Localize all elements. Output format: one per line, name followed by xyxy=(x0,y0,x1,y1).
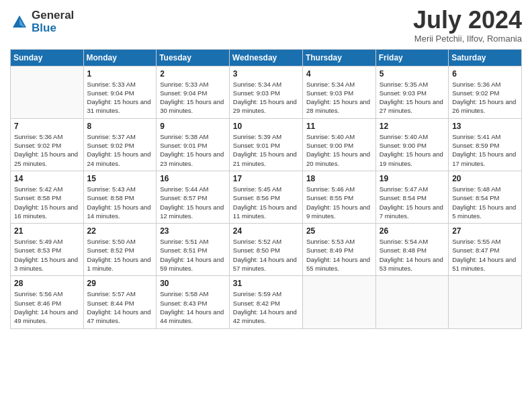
sunset-text: Sunset: 9:04 PM xyxy=(87,89,134,97)
daylight-text: Daylight: 15 hours and 23 minutes. xyxy=(160,150,224,167)
day-info: Sunrise: 5:34 AMSunset: 9:03 PMDaylight:… xyxy=(233,80,299,116)
day-number: 5 xyxy=(380,69,445,79)
calendar-cell: 20Sunrise: 5:48 AMSunset: 8:54 PMDayligh… xyxy=(449,171,522,223)
daylight-text: Daylight: 15 hours and 20 minutes. xyxy=(306,150,370,167)
sunset-text: Sunset: 8:52 PM xyxy=(87,246,134,254)
calendar-cell: 17Sunrise: 5:45 AMSunset: 8:56 PMDayligh… xyxy=(229,171,302,223)
sunrise-text: Sunrise: 5:54 AM xyxy=(380,238,428,245)
sunset-text: Sunset: 8:55 PM xyxy=(306,194,353,201)
logo: General Blue xyxy=(10,9,74,34)
sunset-text: Sunset: 9:03 PM xyxy=(306,89,353,97)
calendar-header-monday: Monday xyxy=(83,49,157,66)
calendar-cell: 19Sunrise: 5:47 AMSunset: 8:54 PMDayligh… xyxy=(375,171,448,223)
daylight-text: Daylight: 15 hours and 1 minute. xyxy=(87,256,151,272)
calendar-header-friday: Friday xyxy=(375,49,448,66)
day-info: Sunrise: 5:46 AMSunset: 8:55 PMDaylight:… xyxy=(306,185,372,220)
daylight-text: Daylight: 14 hours and 59 minutes. xyxy=(160,256,224,272)
day-number: 18 xyxy=(306,174,372,183)
sunrise-text: Sunrise: 5:41 AM xyxy=(452,133,500,140)
sunset-text: Sunset: 9:02 PM xyxy=(452,89,499,97)
calendar-cell: 21Sunrise: 5:49 AMSunset: 8:53 PMDayligh… xyxy=(11,224,84,276)
day-number: 24 xyxy=(233,226,299,236)
day-number: 22 xyxy=(87,226,153,236)
day-info: Sunrise: 5:35 AMSunset: 9:03 PMDaylight:… xyxy=(380,80,445,116)
calendar-cell: 6Sunrise: 5:36 AMSunset: 9:02 PMDaylight… xyxy=(449,66,522,118)
day-info: Sunrise: 5:40 AMSunset: 9:00 PMDaylight:… xyxy=(380,132,445,168)
sunrise-text: Sunrise: 5:48 AM xyxy=(452,185,500,193)
day-number: 16 xyxy=(160,174,226,183)
day-info: Sunrise: 5:42 AMSunset: 8:58 PMDaylight:… xyxy=(14,185,80,220)
daylight-text: Daylight: 14 hours and 49 minutes. xyxy=(14,308,78,324)
sunset-text: Sunset: 9:03 PM xyxy=(233,89,280,97)
calendar-cell xyxy=(302,276,375,328)
daylight-text: Daylight: 15 hours and 9 minutes. xyxy=(306,203,370,220)
daylight-text: Daylight: 15 hours and 16 minutes. xyxy=(14,203,78,220)
day-info: Sunrise: 5:48 AMSunset: 8:54 PMDaylight:… xyxy=(452,185,518,220)
daylight-text: Daylight: 14 hours and 42 minutes. xyxy=(233,308,297,324)
calendar-cell: 26Sunrise: 5:54 AMSunset: 8:48 PMDayligh… xyxy=(375,224,448,276)
sunrise-text: Sunrise: 5:58 AM xyxy=(160,290,208,298)
sunset-text: Sunset: 8:42 PM xyxy=(233,300,280,307)
calendar-week-row: 1Sunrise: 5:33 AMSunset: 9:04 PMDaylight… xyxy=(11,66,522,118)
day-number: 26 xyxy=(380,226,445,236)
sunset-text: Sunset: 8:49 PM xyxy=(306,246,353,254)
sunrise-text: Sunrise: 5:35 AM xyxy=(380,81,428,88)
daylight-text: Daylight: 15 hours and 3 minutes. xyxy=(14,256,78,272)
calendar-header-thursday: Thursday xyxy=(302,49,375,66)
day-number: 3 xyxy=(233,69,299,79)
calendar-cell: 15Sunrise: 5:43 AMSunset: 8:58 PMDayligh… xyxy=(83,171,157,223)
calendar-cell: 5Sunrise: 5:35 AMSunset: 9:03 PMDaylight… xyxy=(375,66,448,118)
daylight-text: Daylight: 15 hours and 14 minutes. xyxy=(87,203,151,220)
day-number: 27 xyxy=(452,226,518,236)
day-number: 12 xyxy=(380,122,445,131)
sunrise-text: Sunrise: 5:56 AM xyxy=(14,290,62,298)
day-number: 2 xyxy=(160,69,226,79)
calendar-cell: 7Sunrise: 5:36 AMSunset: 9:02 PMDaylight… xyxy=(11,118,84,171)
sunrise-text: Sunrise: 5:33 AM xyxy=(160,81,208,88)
sunset-text: Sunset: 8:57 PM xyxy=(160,194,207,201)
day-info: Sunrise: 5:38 AMSunset: 9:01 PMDaylight:… xyxy=(160,132,226,168)
sunrise-text: Sunrise: 5:55 AM xyxy=(452,238,500,245)
sunrise-text: Sunrise: 5:38 AM xyxy=(160,133,208,140)
day-info: Sunrise: 5:33 AMSunset: 9:04 PMDaylight:… xyxy=(160,80,226,116)
sunrise-text: Sunrise: 5:36 AM xyxy=(452,81,500,88)
day-number: 28 xyxy=(14,279,80,288)
calendar-cell: 24Sunrise: 5:52 AMSunset: 8:50 PMDayligh… xyxy=(229,224,302,276)
sunrise-text: Sunrise: 5:50 AM xyxy=(87,238,136,245)
calendar-week-row: 28Sunrise: 5:56 AMSunset: 8:46 PMDayligh… xyxy=(11,276,522,328)
day-info: Sunrise: 5:57 AMSunset: 8:44 PMDaylight:… xyxy=(87,289,153,325)
calendar-cell xyxy=(449,276,522,328)
calendar-cell: 1Sunrise: 5:33 AMSunset: 9:04 PMDaylight… xyxy=(83,66,157,118)
day-number: 19 xyxy=(380,174,445,183)
day-number: 17 xyxy=(233,174,299,183)
sunset-text: Sunset: 9:02 PM xyxy=(87,142,134,149)
day-info: Sunrise: 5:43 AMSunset: 8:58 PMDaylight:… xyxy=(87,185,153,220)
day-number: 8 xyxy=(87,122,153,131)
calendar-cell: 27Sunrise: 5:55 AMSunset: 8:47 PMDayligh… xyxy=(449,224,522,276)
day-info: Sunrise: 5:55 AMSunset: 8:47 PMDaylight:… xyxy=(452,237,518,273)
sunset-text: Sunset: 8:53 PM xyxy=(14,246,61,254)
sunset-text: Sunset: 9:01 PM xyxy=(160,142,207,149)
sunrise-text: Sunrise: 5:43 AM xyxy=(87,185,136,193)
day-number: 13 xyxy=(452,122,518,131)
day-info: Sunrise: 5:49 AMSunset: 8:53 PMDaylight:… xyxy=(14,237,80,273)
calendar-cell: 4Sunrise: 5:34 AMSunset: 9:03 PMDaylight… xyxy=(302,66,375,118)
calendar-cell: 18Sunrise: 5:46 AMSunset: 8:55 PMDayligh… xyxy=(302,171,375,223)
calendar-cell: 2Sunrise: 5:33 AMSunset: 9:04 PMDaylight… xyxy=(157,66,230,118)
sunset-text: Sunset: 9:03 PM xyxy=(380,89,427,97)
location: Merii Petchii, Ilfov, Romania xyxy=(413,34,522,44)
sunset-text: Sunset: 9:00 PM xyxy=(380,142,427,149)
day-info: Sunrise: 5:36 AMSunset: 9:02 PMDaylight:… xyxy=(452,80,518,116)
sunrise-text: Sunrise: 5:37 AM xyxy=(87,133,136,140)
sunset-text: Sunset: 8:54 PM xyxy=(452,194,499,201)
calendar-cell: 29Sunrise: 5:57 AMSunset: 8:44 PMDayligh… xyxy=(83,276,157,328)
logo-icon xyxy=(10,13,29,32)
daylight-text: Daylight: 14 hours and 44 minutes. xyxy=(160,308,224,324)
sunrise-text: Sunrise: 5:34 AM xyxy=(306,81,355,88)
sunrise-text: Sunrise: 5:34 AM xyxy=(233,81,281,88)
daylight-text: Daylight: 15 hours and 25 minutes. xyxy=(14,150,78,167)
daylight-text: Daylight: 15 hours and 28 minutes. xyxy=(306,98,370,114)
day-number: 14 xyxy=(14,174,80,183)
sunset-text: Sunset: 8:44 PM xyxy=(87,300,134,307)
daylight-text: Daylight: 14 hours and 51 minutes. xyxy=(452,256,516,272)
